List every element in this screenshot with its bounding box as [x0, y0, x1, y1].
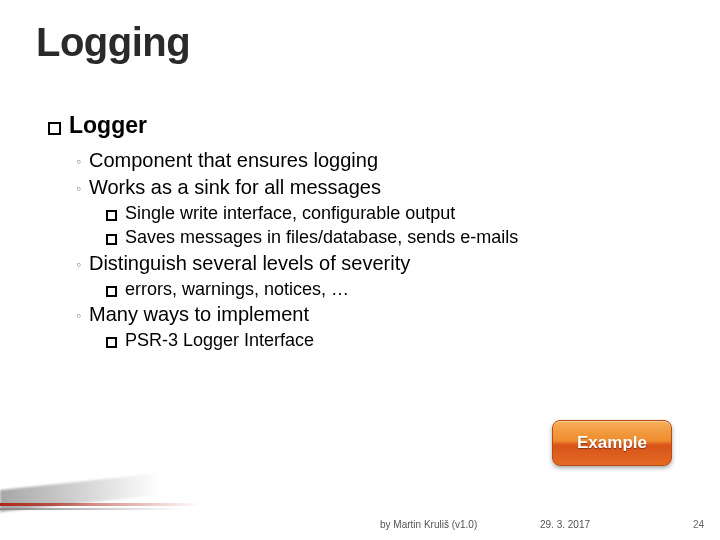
square-bullet-icon — [48, 122, 61, 135]
sub-bullet-row: Single write interface, configurable out… — [106, 201, 668, 225]
slide-title: Logging — [36, 20, 190, 65]
bullet-row: ◦ Works as a sink for all messages — [76, 174, 668, 201]
example-button[interactable]: Example — [552, 420, 672, 466]
bullet-row: ◦ Component that ensures logging — [76, 147, 668, 174]
section-heading-row: Logger — [48, 110, 668, 141]
footer-byline: by Martin Kruliš (v1.0) — [380, 519, 477, 530]
square-bullet-icon — [106, 234, 117, 245]
sub-bullet-row: Saves messages in files/database, sends … — [106, 225, 668, 249]
circle-bullet-icon: ◦ — [76, 255, 81, 274]
circle-bullet-icon: ◦ — [76, 306, 81, 325]
example-button-label: Example — [577, 433, 647, 453]
square-bullet-icon — [106, 210, 117, 221]
slide: Logging Logger ◦ Component that ensures … — [0, 0, 720, 540]
square-bullet-icon — [106, 286, 117, 297]
slide-content: Logger ◦ Component that ensures logging … — [48, 110, 668, 352]
decorative-grey-line — [0, 508, 180, 510]
decorative-red-line — [0, 503, 200, 506]
sub-bullet-text: Saves messages in files/database, sends … — [125, 225, 518, 249]
square-bullet-icon — [106, 337, 117, 348]
footer-date: 29. 3. 2017 — [540, 519, 590, 530]
bullet-text: Component that ensures logging — [89, 147, 378, 174]
bullet-text: Works as a sink for all messages — [89, 174, 381, 201]
sub-bullet-row: errors, warnings, notices, … — [106, 277, 668, 301]
bullet-row: ◦ Distinguish several levels of severity — [76, 250, 668, 277]
bullet-text: Distinguish several levels of severity — [89, 250, 410, 277]
decorative-shadow — [0, 473, 160, 512]
sub-bullet-text: errors, warnings, notices, … — [125, 277, 349, 301]
circle-bullet-icon: ◦ — [76, 152, 81, 171]
bullet-row: ◦ Many ways to implement — [76, 301, 668, 328]
bullet-text: Many ways to implement — [89, 301, 309, 328]
circle-bullet-icon: ◦ — [76, 179, 81, 198]
sub-bullet-row: PSR-3 Logger Interface — [106, 328, 668, 352]
footer-page-number: 24 — [693, 519, 704, 530]
sub-bullet-text: PSR-3 Logger Interface — [125, 328, 314, 352]
sub-bullet-text: Single write interface, configurable out… — [125, 201, 455, 225]
section-heading: Logger — [69, 110, 147, 141]
decorative-sweep — [0, 478, 220, 512]
